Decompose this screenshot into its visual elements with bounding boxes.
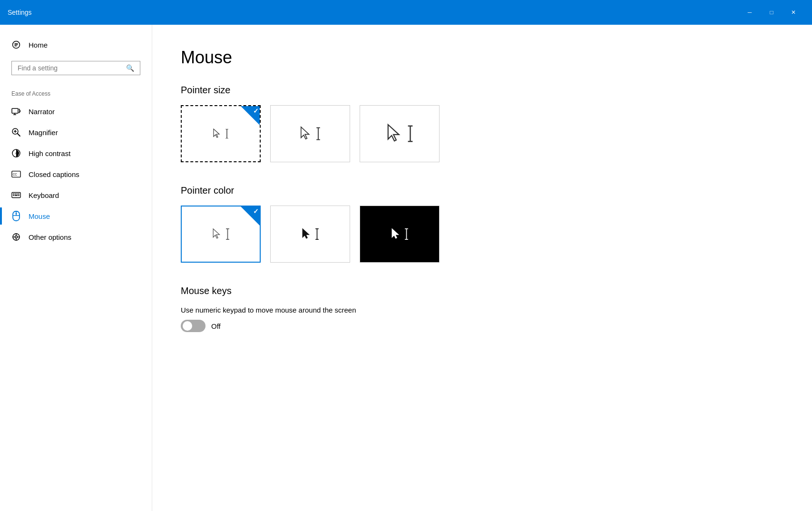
mouse-icon — [11, 211, 21, 221]
svg-rect-19 — [16, 194, 18, 195]
pointer-size-small[interactable] — [181, 105, 261, 162]
mouse-keys-desc: Use numeric keypad to move mouse around … — [181, 306, 783, 314]
cursor-inverted-container — [391, 227, 409, 241]
other-options-icon — [11, 232, 21, 242]
app-body: Home 🔍 Ease of Access Narrator — [0, 25, 812, 511]
keyboard-icon — [11, 190, 21, 200]
sidebar-item-keyboard[interactable]: Keyboard — [0, 185, 152, 206]
minimize-button[interactable]: ─ — [739, 5, 761, 20]
mouse-keys-title: Mouse keys — [181, 285, 783, 296]
svg-rect-17 — [13, 194, 14, 195]
keyboard-label: Keyboard — [29, 191, 59, 199]
high-contrast-label: High contrast — [29, 149, 70, 157]
pointer-color-white[interactable] — [181, 206, 261, 263]
checkmark-white — [241, 206, 260, 226]
svg-text:CC: CC — [13, 173, 18, 176]
mouse-keys-section: Mouse keys Use numeric keypad to move mo… — [181, 285, 783, 332]
pointer-color-inverted[interactable] — [360, 206, 440, 263]
pointer-color-title: Pointer color — [181, 185, 783, 196]
svg-rect-21 — [13, 195, 14, 196]
mouse-keys-toggle-label: Off — [211, 322, 221, 330]
svg-line-8 — [18, 134, 20, 136]
svg-rect-23 — [18, 195, 20, 196]
mouse-keys-toggle-row: Off — [181, 320, 783, 332]
cursor-ibeam-small — [225, 129, 229, 138]
pointer-size-large[interactable] — [360, 105, 440, 162]
page-title: Mouse — [181, 48, 783, 68]
cursor-arrow-black — [302, 227, 312, 241]
cursor-small-container — [213, 128, 229, 139]
svg-point-28 — [15, 236, 18, 238]
cursor-medium-container — [300, 126, 321, 142]
home-icon — [11, 40, 21, 49]
cursor-large-container — [386, 123, 413, 145]
narrator-label: Narrator — [29, 108, 55, 116]
cursor-arrow-large — [386, 123, 404, 145]
toggle-knob — [183, 321, 192, 331]
cursor-ibeam-large — [407, 125, 413, 142]
high-contrast-icon — [11, 148, 21, 158]
other-options-label: Other options — [29, 233, 71, 241]
sidebar-item-other-options[interactable]: Other options — [0, 226, 152, 247]
pointer-size-medium[interactable] — [270, 105, 350, 162]
cursor-ibeam-black — [315, 228, 319, 240]
pointer-size-options — [181, 105, 783, 162]
svg-rect-20 — [18, 194, 20, 195]
sidebar-item-narrator[interactable]: Narrator — [0, 101, 152, 122]
svg-point-26 — [16, 213, 17, 215]
cursor-ibeam-inverted — [404, 228, 409, 240]
closed-captions-label: Closed captions — [29, 170, 79, 178]
sidebar-item-closed-captions[interactable]: CC Closed captions — [0, 164, 152, 185]
mouse-keys-toggle[interactable] — [181, 320, 205, 332]
maximize-button[interactable]: □ — [761, 5, 783, 20]
cursor-arrow-white — [212, 227, 223, 241]
sidebar-item-high-contrast[interactable]: High contrast — [0, 143, 152, 164]
pointer-color-black[interactable] — [270, 206, 350, 263]
sidebar: Home 🔍 Ease of Access Narrator — [0, 25, 152, 511]
cursor-ibeam-medium — [316, 127, 321, 140]
sidebar-home-label: Home — [29, 41, 48, 49]
svg-rect-22 — [15, 195, 18, 196]
cursor-black-container — [302, 227, 319, 241]
titlebar-controls: ─ □ ✕ — [739, 5, 804, 20]
cursor-arrow-small — [213, 128, 222, 139]
sidebar-section-label: Ease of Access — [0, 87, 152, 101]
titlebar: Settings ─ □ ✕ — [0, 0, 812, 25]
titlebar-title: Settings — [8, 9, 739, 16]
search-box: 🔍 — [11, 61, 140, 75]
cursor-arrow-inverted — [391, 227, 401, 241]
svg-rect-4 — [12, 108, 18, 113]
cursor-ibeam-white — [225, 228, 230, 240]
narrator-icon — [11, 107, 21, 116]
close-button[interactable]: ✕ — [783, 5, 804, 20]
magnifier-label: Magnifier — [29, 128, 58, 137]
pointer-color-options — [181, 206, 783, 263]
main-content: Mouse Pointer size — [152, 25, 812, 511]
sidebar-item-home[interactable]: Home — [0, 34, 152, 55]
search-icon: 🔍 — [126, 64, 134, 72]
search-input[interactable] — [18, 64, 126, 72]
magnifier-icon — [11, 128, 21, 137]
pointer-size-title: Pointer size — [181, 85, 783, 96]
svg-line-13 — [15, 152, 16, 153]
mouse-label: Mouse — [29, 212, 50, 220]
svg-rect-18 — [15, 194, 16, 195]
checkmark-small — [241, 106, 260, 125]
sidebar-item-magnifier[interactable]: Magnifier — [0, 122, 152, 143]
closed-captions-icon: CC — [11, 169, 21, 179]
cursor-arrow-medium — [300, 126, 313, 142]
sidebar-item-mouse[interactable]: Mouse — [0, 206, 152, 226]
cursor-white-container — [212, 227, 230, 241]
